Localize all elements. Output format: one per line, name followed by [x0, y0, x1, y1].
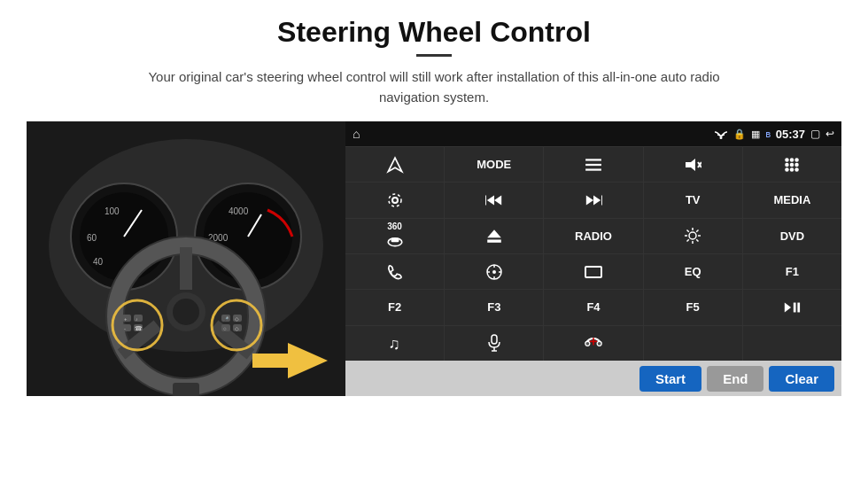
start-button[interactable]: Start — [639, 366, 701, 392]
svg-marker-42 — [388, 158, 402, 172]
f5-label: F5 — [686, 300, 700, 314]
sim-icon: ▦ — [751, 128, 760, 140]
svg-point-53 — [790, 162, 794, 166]
empty1-button[interactable] — [644, 326, 742, 361]
status-left: ⌂ — [353, 127, 360, 141]
f3-label: F3 — [487, 300, 500, 314]
f1-label: F1 — [786, 265, 799, 278]
playpause-button[interactable] — [743, 290, 841, 324]
svg-point-41 — [719, 136, 722, 139]
radio-button[interactable]: RADIO — [544, 219, 642, 253]
svg-marker-60 — [494, 196, 501, 206]
svg-point-93 — [585, 342, 590, 346]
page-title: Steering Wheel Control — [277, 16, 591, 49]
svg-text:100: 100 — [105, 206, 120, 216]
svg-rect-90 — [492, 335, 497, 344]
f1-button[interactable]: F1 — [743, 254, 841, 289]
360cam-button[interactable]: 360 — [345, 219, 444, 253]
svg-text:40: 40 — [93, 257, 104, 267]
apps-button[interactable] — [743, 147, 841, 182]
clear-button[interactable]: Clear — [769, 366, 834, 392]
status-right: 🔒 ▦ ʙ 05:37 ▢ ↩ — [714, 128, 834, 141]
svg-line-78 — [687, 240, 689, 242]
f2-button[interactable]: F2 — [345, 290, 444, 324]
svg-rect-87 — [794, 303, 796, 313]
svg-point-94 — [597, 342, 601, 346]
empty2-button[interactable] — [743, 326, 841, 361]
svg-point-59 — [389, 194, 401, 206]
svg-rect-69 — [487, 240, 501, 243]
mic-button[interactable] — [445, 326, 543, 361]
svg-marker-64 — [593, 196, 601, 206]
wifi-icon — [714, 128, 728, 140]
svg-point-57 — [795, 167, 799, 171]
svg-rect-39 — [252, 354, 288, 368]
title-divider — [416, 54, 452, 57]
window-icon: ▢ — [810, 128, 820, 140]
svg-rect-40 — [173, 383, 199, 396]
mode-label: MODE — [477, 158, 511, 171]
svg-line-77 — [696, 230, 698, 232]
svg-point-58 — [392, 198, 398, 203]
bottom-bar: Start End Clear — [345, 361, 841, 396]
brightness-button[interactable] — [644, 219, 742, 253]
list-button[interactable] — [544, 147, 642, 182]
svg-text:☎: ☎ — [135, 325, 143, 331]
content-row: 100 60 40 4000 2000 — [27, 121, 841, 396]
svg-marker-86 — [785, 303, 791, 313]
lock-icon: 🔒 — [733, 128, 746, 140]
phone-button[interactable] — [345, 254, 444, 289]
prev-button[interactable] — [445, 183, 543, 217]
svg-text:○: ○ — [223, 326, 227, 331]
nav-button[interactable] — [345, 147, 444, 182]
svg-line-75 — [687, 230, 689, 232]
eq-label: EQ — [685, 265, 701, 278]
next-button[interactable] — [544, 183, 642, 217]
back-icon: ↩ — [825, 128, 834, 140]
f4-label: F4 — [586, 300, 600, 314]
radio-ui-panel: ⌂ 🔒 ▦ ʙ 05:37 ▢ ↩ — [345, 121, 841, 396]
tv-button[interactable]: TV — [644, 183, 742, 217]
svg-point-49 — [786, 158, 789, 161]
svg-marker-46 — [686, 159, 695, 171]
bt-icon: ʙ — [765, 128, 771, 140]
page-container: Steering Wheel Control Your original car… — [0, 0, 868, 482]
music-button[interactable]: ♫ — [345, 326, 444, 361]
svg-text:♫: ♫ — [388, 335, 399, 352]
home-icon[interactable]: ⌂ — [353, 127, 360, 141]
svg-text:◇: ◇ — [235, 316, 239, 322]
dvd-button[interactable]: DVD — [743, 219, 841, 253]
media-label: MEDIA — [773, 193, 810, 206]
page-subtitle: Your original car's steering wheel contr… — [124, 67, 744, 107]
button-grid: MODE — [345, 146, 841, 361]
f3-button[interactable]: F3 — [445, 290, 543, 324]
tv-label: TV — [686, 193, 701, 206]
end-button[interactable]: End — [707, 366, 763, 392]
f4-button[interactable]: F4 — [544, 290, 642, 324]
svg-marker-63 — [586, 196, 593, 206]
svg-marker-61 — [487, 196, 494, 206]
settings-button[interactable] — [345, 183, 444, 217]
svg-text:+: + — [124, 316, 128, 322]
f2-label: F2 — [388, 300, 401, 314]
svg-text:4000: 4000 — [229, 206, 249, 216]
rect-button[interactable] — [544, 254, 642, 289]
f5-button[interactable]: F5 — [644, 290, 742, 324]
svg-marker-68 — [487, 230, 501, 238]
svg-point-19 — [173, 299, 199, 325]
eq-button[interactable]: EQ — [644, 254, 742, 289]
dvd-label: DVD — [780, 229, 804, 243]
mute-button[interactable] — [644, 147, 742, 182]
callend-button[interactable] — [544, 326, 642, 361]
svg-rect-67 — [391, 238, 399, 242]
svg-text:60: 60 — [87, 233, 97, 243]
status-bar: ⌂ 🔒 ▦ ʙ 05:37 ▢ ↩ — [345, 121, 841, 146]
eject-button[interactable] — [445, 219, 543, 253]
media-button[interactable]: MEDIA — [743, 183, 841, 217]
svg-text:-: - — [124, 326, 126, 331]
radio-label: RADIO — [575, 229, 612, 243]
svg-text:🎤: 🎤 — [223, 316, 229, 323]
mode-button[interactable]: MODE — [445, 147, 543, 182]
navigation2-button[interactable] — [445, 254, 543, 289]
svg-text:◇: ◇ — [235, 326, 239, 331]
